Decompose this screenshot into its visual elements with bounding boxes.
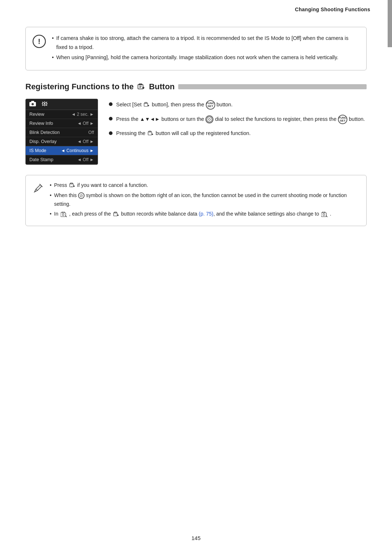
svg-point-37 — [323, 214, 324, 216]
camera-menu-header — [26, 99, 98, 110]
page-number: 145 — [191, 535, 200, 541]
camera-menu-rows: Review ◄ 2 sec. ► Review Info ◄ Off ► Bl… — [26, 110, 98, 164]
svg-rect-28 — [61, 213, 66, 217]
note-box: Press x if you want to cancel a function… — [25, 175, 367, 226]
svg-point-12 — [44, 103, 45, 105]
menu-row-is-mode: IS Mode ◄ Continuous ► — [26, 146, 98, 155]
instruction-item-1: Select [Set button], then press the FUNC… — [109, 100, 367, 110]
svg-rect-9 — [31, 101, 34, 102]
warning-box: ! If camera shake is too strong, attach … — [25, 27, 367, 70]
instructions: Select [Set button], then press the FUNC… — [109, 99, 367, 165]
heading-bar — [178, 84, 367, 89]
instruction-text-2: Press the ▲▼◄► buttons or turn the dial … — [116, 115, 367, 124]
page-header: Changing Shooting Functions — [0, 0, 392, 16]
note-pencil-icon — [32, 182, 45, 196]
dial-icon — [205, 115, 213, 123]
warning-text: If camera shake is too strong, attach th… — [52, 34, 358, 64]
svg-rect-36 — [323, 212, 325, 213]
menu-row-review-info: Review Info ◄ Off ► — [26, 119, 98, 128]
instruction-item-2: Press the ▲▼◄► buttons or turn the dial … — [109, 115, 367, 124]
note-text: Press x if you want to cancel a function… — [50, 181, 358, 220]
svg-point-11 — [32, 103, 33, 105]
svg-point-18 — [209, 118, 211, 120]
menu-row-disp-overlay: Disp. Overlay ◄ Off ► — [26, 137, 98, 146]
section-tab — [388, 0, 392, 47]
section-heading-text: Registering Functions to the Button — [25, 82, 175, 91]
camera-menu-camera-icon — [29, 101, 37, 108]
svg-rect-35 — [321, 213, 326, 217]
instruction-item-3: Pressing the button will call up the reg… — [109, 129, 367, 138]
warning-icon: ! — [32, 34, 46, 49]
section-content: Review ◄ 2 sec. ► Review Info ◄ Off ► Bl… — [25, 99, 367, 165]
menu-row-review: Review ◄ 2 sec. ► — [26, 110, 98, 119]
menu-row-blink-detection: Blink Detection Off — [26, 128, 98, 137]
instruction-text-1: Select [Set button], then press the FUNC… — [116, 100, 367, 110]
section-heading: Registering Functions to the Button — [25, 82, 367, 91]
svg-point-17 — [207, 117, 212, 122]
svg-rect-29 — [62, 212, 64, 213]
warning-item-1: If camera shake is too strong, attach th… — [52, 34, 358, 52]
bullet-1 — [109, 102, 113, 106]
camera-menu-settings-icon — [42, 101, 48, 108]
page-container: Changing Shooting Functions ! If camera … — [0, 0, 392, 552]
note-item-3: In , each press of the — [50, 210, 358, 218]
note-link-p75[interactable]: (p. 75) — [199, 211, 213, 217]
bullet-3 — [109, 131, 113, 135]
func-set-btn-2: FUNCSET — [338, 115, 347, 124]
instruction-text-3: Pressing the button will call up the reg… — [116, 129, 367, 138]
func-set-btn-1: FUNCSET — [206, 100, 215, 110]
menu-row-date-stamp: Date Stamp ◄ Off ► — [26, 155, 98, 164]
svg-rect-2 — [138, 85, 143, 89]
note-item-1: Press x if you want to cancel a function… — [50, 181, 358, 190]
warning-item-2: When using [Panning], hold the camera ho… — [52, 53, 358, 62]
note-item-2: When this ⊘ symbol is shown on the botto… — [50, 191, 358, 209]
svg-text:x: x — [71, 185, 72, 188]
main-content: ! If camera shake is too strong, attach … — [0, 16, 392, 252]
svg-text:!: ! — [38, 37, 41, 45]
svg-point-30 — [62, 214, 64, 216]
header-title: Changing Shooting Functions — [295, 7, 370, 12]
bullet-2 — [109, 117, 113, 120]
camera-menu-screenshot: Review ◄ 2 sec. ► Review Info ◄ Off ► Bl… — [25, 99, 98, 165]
